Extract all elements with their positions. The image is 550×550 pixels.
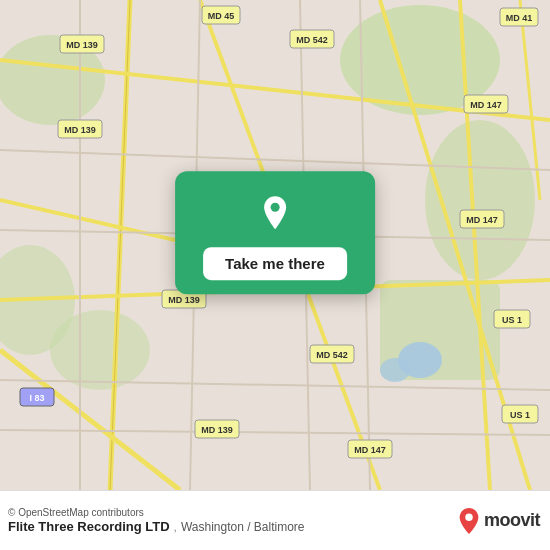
bottom-bar: © OpenStreetMap contributors Flite Three… — [0, 490, 550, 550]
place-info: © OpenStreetMap contributors Flite Three… — [8, 507, 450, 534]
svg-point-57 — [271, 203, 280, 212]
svg-text:MD 139: MD 139 — [64, 125, 96, 135]
svg-text:US 1: US 1 — [502, 315, 522, 325]
svg-text:MD 45: MD 45 — [208, 11, 235, 21]
svg-text:US 1: US 1 — [510, 410, 530, 420]
take-me-there-button[interactable]: Take me there — [203, 247, 347, 280]
svg-text:MD 41: MD 41 — [506, 13, 533, 23]
place-location: Washington / Baltimore — [181, 520, 305, 534]
moovit-pin-icon — [458, 507, 480, 535]
svg-text:MD 139: MD 139 — [201, 425, 233, 435]
svg-point-8 — [380, 358, 410, 382]
svg-text:MD 147: MD 147 — [354, 445, 386, 455]
svg-text:MD 542: MD 542 — [316, 350, 348, 360]
svg-text:MD 147: MD 147 — [466, 215, 498, 225]
svg-text:I 83: I 83 — [29, 393, 44, 403]
place-name: Flite Three Recording LTD — [8, 519, 170, 534]
map-container[interactable]: MD 45 MD 139 MD 139 MD 139 MD 139 MD 542… — [0, 0, 550, 490]
svg-text:MD 147: MD 147 — [470, 100, 502, 110]
svg-text:MD 139: MD 139 — [66, 40, 98, 50]
moovit-text: moovit — [484, 510, 540, 531]
osm-attribution: © OpenStreetMap contributors — [8, 507, 450, 518]
location-pin-icon — [251, 189, 299, 237]
svg-text:MD 139: MD 139 — [168, 295, 200, 305]
moovit-logo: moovit — [458, 507, 540, 535]
svg-point-58 — [465, 513, 472, 520]
location-popup: Take me there — [175, 171, 375, 294]
svg-text:MD 542: MD 542 — [296, 35, 328, 45]
